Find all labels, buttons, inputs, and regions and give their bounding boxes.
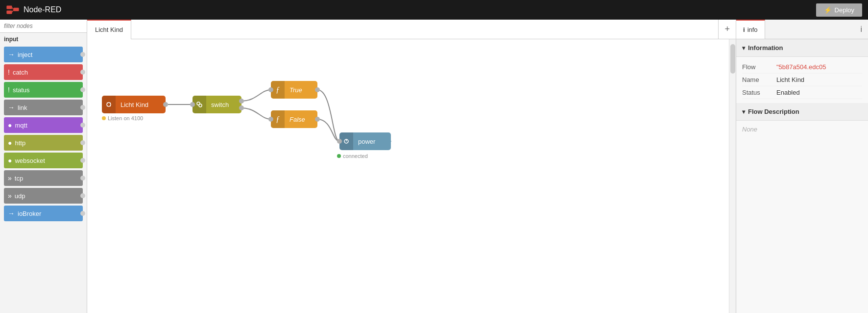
true-label: True — [285, 86, 307, 94]
name-label: Name — [742, 76, 776, 83]
sidebar-item-inject[interactable]: → inject — [4, 47, 83, 62]
inject-label: inject — [18, 51, 32, 58]
sidebar-item-mqtt[interactable]: ● mqtt — [4, 117, 83, 133]
power-dot — [337, 154, 341, 158]
info-row-status: Status Enabled — [742, 86, 862, 99]
main-area: input → inject ! catch ! — [0, 20, 868, 313]
topbar-left: Node-RED — [6, 3, 61, 17]
node-switch[interactable]: switch — [193, 96, 241, 113]
status-icon: ! — [8, 86, 10, 94]
link-handle — [80, 105, 85, 110]
node-licht-kind[interactable]: Licht Kind — [102, 96, 166, 113]
canvas-wrapper[interactable]: Licht Kind Listen on 4100 switch — [87, 39, 736, 313]
flow-label: Flow — [742, 63, 776, 71]
debug-icon: i — [860, 25, 862, 34]
websocket-icon: ● — [8, 156, 12, 164]
switch-port-right-top — [239, 99, 244, 104]
svg-rect-0 — [6, 6, 12, 9]
node-catch-inner: ! catch — [4, 64, 83, 80]
catch-label: catch — [13, 69, 28, 76]
svg-point-11 — [199, 104, 202, 107]
svg-rect-8 — [107, 105, 108, 106]
svg-rect-9 — [110, 105, 111, 106]
node-true[interactable]: ƒ True — [271, 81, 317, 99]
true-port-left — [268, 87, 273, 92]
node-list: → inject ! catch ! status — [0, 45, 87, 313]
inject-handle — [80, 52, 85, 57]
node-power[interactable]: power — [339, 132, 391, 150]
sidebar-item-http[interactable]: ● http — [4, 135, 83, 151]
nodes-section-label: input — [0, 33, 87, 45]
canvas-area: Licht Kind + — [87, 20, 736, 313]
tcp-label: tcp — [15, 175, 23, 182]
filter-nodes-input[interactable] — [0, 20, 87, 33]
sidebar-item-status[interactable]: ! status — [4, 82, 83, 98]
svg-rect-1 — [6, 10, 12, 14]
false-port-right — [315, 117, 320, 122]
link-label: link — [18, 104, 27, 111]
deploy-button[interactable]: ⚡ Deploy — [816, 3, 862, 17]
right-tab-debug[interactable]: i — [854, 20, 868, 39]
sidebar-item-tcp[interactable]: » tcp — [4, 170, 83, 186]
power-label: power — [353, 138, 380, 145]
right-tab-bar: i info i — [736, 20, 868, 39]
node-link-inner: → link — [4, 100, 83, 115]
iobroker-icon: → — [8, 209, 15, 217]
power-arrow — [385, 132, 391, 150]
flow-description-section-label: Flow Description — [748, 108, 799, 115]
node-tcp-inner: » tcp — [4, 170, 83, 186]
node-iobroker-inner: → ioBroker — [4, 206, 83, 221]
link-icon: → — [8, 104, 15, 111]
add-tab-button[interactable]: + — [718, 20, 736, 39]
node-false[interactable]: ƒ False — [271, 110, 317, 128]
udp-icon: » — [8, 192, 12, 200]
licht-kind-subtitle: Listen on 4100 — [102, 115, 143, 121]
information-chevron: ▾ — [742, 45, 745, 52]
http-label: http — [15, 139, 25, 147]
info-row-flow: Flow "5b87a504.edc05 — [742, 61, 862, 74]
canvas: Licht Kind Listen on 4100 switch — [87, 39, 736, 313]
true-port-right — [315, 87, 320, 92]
sidebar-item-catch[interactable]: ! catch — [4, 64, 83, 80]
switch-port-left — [190, 102, 195, 107]
flow-description-content: None — [742, 126, 757, 133]
svg-rect-2 — [13, 8, 19, 11]
false-port-left — [268, 117, 273, 122]
tab-licht-kind[interactable]: Licht Kind — [87, 20, 131, 39]
info-row-name: Name Licht Kind — [742, 74, 862, 86]
canvas-scrollbar-thumb — [730, 44, 735, 74]
canvas-scrollbar[interactable] — [729, 39, 736, 313]
sidebar-item-udp[interactable]: » udp — [4, 188, 83, 204]
licht-kind-dot — [102, 116, 106, 120]
tab-bar: Licht Kind + — [87, 20, 736, 39]
sidebar-item-websocket[interactable]: ● websocket — [4, 153, 83, 168]
node-red-logo — [6, 3, 20, 17]
websocket-label: websocket — [15, 157, 45, 164]
catch-handle — [80, 70, 85, 75]
information-section-body: Flow "5b87a504.edc05 Name Licht Kind Sta… — [736, 57, 868, 103]
licht-kind-label: Licht Kind — [116, 101, 153, 108]
node-mqtt-inner: ● mqtt — [4, 117, 83, 133]
switch-port-right-bottom — [239, 105, 244, 110]
http-handle — [80, 140, 85, 145]
http-icon: ● — [8, 139, 12, 147]
right-tab-info[interactable]: i info — [736, 20, 765, 39]
websocket-handle — [80, 158, 85, 163]
app-title: Node-RED — [24, 5, 61, 14]
right-content: ▾ Information Flow "5b87a504.edc05 Name … — [736, 39, 868, 313]
iobroker-handle — [80, 211, 85, 216]
switch-label: switch — [206, 101, 234, 108]
sidebar-item-link[interactable]: → link — [4, 100, 83, 115]
connections-svg — [87, 39, 736, 313]
svg-line-4 — [12, 10, 14, 12]
svg-rect-6 — [107, 103, 108, 104]
mqtt-label: mqtt — [15, 122, 27, 129]
sidebar-item-iobroker[interactable]: → ioBroker — [4, 206, 83, 221]
licht-kind-port-right — [163, 102, 168, 107]
info-tab-label: info — [747, 26, 758, 33]
information-section-header[interactable]: ▾ Information — [736, 39, 868, 57]
left-sidebar: input → inject ! catch ! — [0, 20, 87, 313]
flow-description-section-header[interactable]: ▾ Flow Description — [736, 103, 868, 121]
node-websocket-inner: ● websocket — [4, 153, 83, 168]
node-http-inner: ● http — [4, 135, 83, 151]
